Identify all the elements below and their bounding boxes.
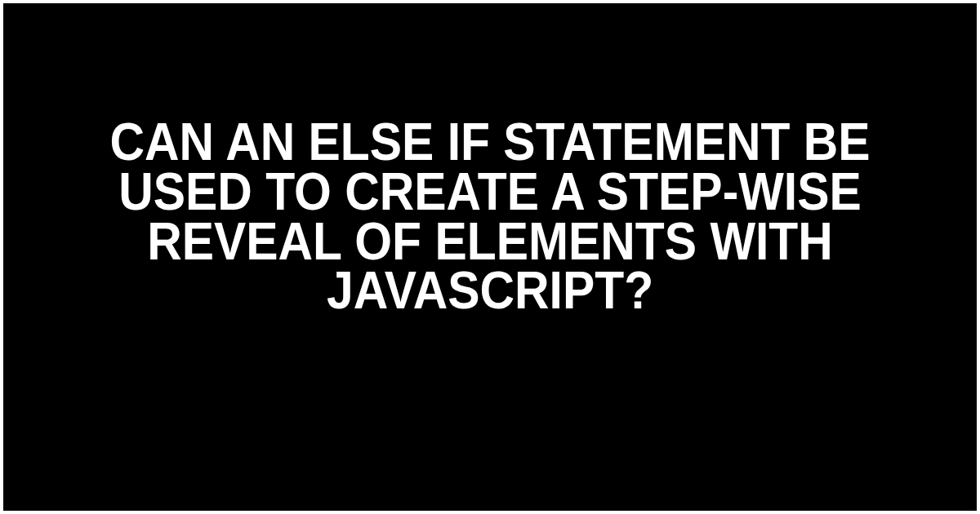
content-frame: Can an else if statement be used to crea…: [3, 3, 977, 511]
headline-text: Can an else if statement be used to crea…: [96, 117, 884, 316]
